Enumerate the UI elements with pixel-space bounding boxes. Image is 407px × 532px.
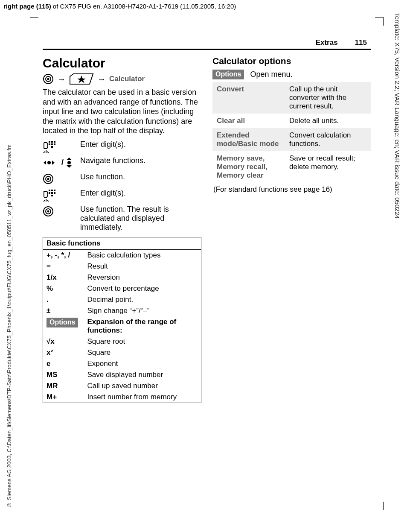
desc-cell: Expansion of the range of functions: (84, 316, 201, 336)
center-key-icon (43, 173, 54, 184)
open-menu-text: Open menu. (250, 70, 292, 79)
desc-cell: Decimal point. (84, 294, 201, 305)
left-column: Calculator → → Calculator The calculator… (43, 56, 201, 403)
desc-cell: Exponent (84, 358, 201, 369)
svg-rect-18 (49, 192, 50, 194)
crop-mark (30, 17, 38, 26)
opt-val: Call up the unit converter with the curr… (285, 82, 371, 114)
opt-key: Clear all (212, 114, 285, 128)
step-icon (43, 189, 80, 202)
svg-rect-5 (54, 141, 55, 143)
step-icon (43, 205, 80, 218)
options-softkey: Options (212, 70, 244, 79)
svg-rect-21 (51, 195, 53, 196)
sym-cell: M+ (43, 392, 84, 403)
center-key-icon (43, 73, 54, 85)
menu-path: → → Calculator (43, 73, 201, 85)
print-meta-rest: of CX75 FUG en, A31008-H7420-A1-1-7619 (… (51, 3, 236, 10)
options-cell: Options (43, 316, 84, 336)
svg-point-2 (47, 78, 49, 80)
sym-cell: √x (43, 336, 84, 347)
print-meta-bold: right page (115) (3, 3, 51, 10)
desc-cell: Square (84, 347, 201, 358)
step-icon (43, 172, 80, 185)
svg-rect-3 (49, 141, 50, 143)
step-text: Enter digit(s). (80, 140, 201, 149)
desc-cell: Insert number from memory (84, 392, 201, 403)
desc-cell: Square root (84, 336, 201, 347)
step-icon (43, 140, 80, 153)
svg-rect-17 (54, 190, 55, 191)
options-softkey: Options (47, 318, 78, 327)
opt-key: Convert (212, 82, 285, 114)
desc-cell: Basic calculation types (84, 249, 201, 261)
options-desc: Expansion of the range of functions: (87, 318, 177, 334)
svg-rect-7 (51, 143, 53, 145)
sym-cell: . (43, 294, 84, 305)
star-folder-icon (69, 73, 94, 85)
sym-cell: x² (43, 347, 84, 358)
basic-functions-table: Basic functions +, -, *, /Basic calculat… (43, 237, 201, 403)
svg-rect-19 (51, 192, 53, 194)
step-text: Use function. The result is calculated a… (80, 205, 201, 232)
section-name: Extras (316, 38, 338, 47)
right-column: Calculator options Options Open menu. Co… (212, 56, 371, 403)
opt-val: Convert calculation functions. (285, 128, 371, 151)
center-key-icon (43, 206, 54, 217)
svg-rect-4 (51, 141, 53, 143)
page-title: Calculator (43, 56, 201, 70)
sym-cell: % (43, 283, 84, 294)
desc-cell: Reversion (84, 272, 201, 283)
step-text: Use function. (80, 172, 201, 181)
svg-point-11 (67, 161, 71, 164)
desc-cell: Call up saved number (84, 380, 201, 392)
keypad-icon (43, 140, 55, 153)
desc-cell: Save displayed number (84, 369, 201, 380)
section-heading: Calculator options (212, 56, 371, 66)
print-meta-top: right page (115) of CX75 FUG en, A31008-… (3, 3, 236, 10)
svg-rect-15 (49, 190, 50, 191)
sym-cell: e (43, 358, 84, 369)
step-text: Enter digit(s). (80, 189, 201, 198)
crop-mark (375, 502, 384, 510)
sym-cell: +, -, *, / (43, 249, 84, 261)
sym-cell: MR (43, 380, 84, 392)
sym-cell: 1/x (43, 272, 84, 283)
menu-path-label: Calculator (109, 75, 145, 83)
step-icon: / (43, 156, 80, 169)
navigate-icon (43, 158, 60, 168)
svg-point-10 (47, 161, 51, 164)
crop-mark (30, 502, 38, 510)
keypad-icon (43, 189, 55, 202)
svg-point-24 (47, 210, 49, 212)
desc-cell: Result (84, 261, 201, 272)
page-number: 115 (355, 38, 367, 47)
page-body: Extras 115 Calculator → → Calculator (43, 38, 371, 403)
print-meta-right: Template: X75, Version 2.2; VAR Language… (393, 13, 401, 346)
svg-rect-20 (54, 192, 55, 194)
svg-rect-8 (54, 143, 55, 145)
svg-point-14 (47, 178, 49, 180)
opt-val: Save or recall result; delete memory. (285, 151, 371, 183)
header-rule (43, 49, 371, 50)
intro-paragraph: The calculator can be used in a basic ve… (43, 88, 201, 136)
sym-cell: MS (43, 369, 84, 380)
table-title: Basic functions (43, 237, 201, 249)
sym-cell: ± (43, 305, 84, 316)
slash: / (61, 158, 64, 167)
opt-key: Memory save, Memory recall, Memory clear (212, 151, 285, 183)
step-text: Navigate functions. (80, 156, 201, 165)
opt-val: Delete all units. (285, 114, 371, 128)
opt-key: Extended mode/Basic mode (212, 128, 285, 151)
arrow-icon: → (97, 75, 106, 83)
print-meta-left: © Siemens AG 2003, C:\Daten_itl\Siemens\… (6, 30, 14, 508)
svg-rect-16 (51, 190, 53, 191)
svg-rect-6 (49, 143, 50, 145)
up-down-icon (65, 157, 73, 168)
open-menu-row: Options Open menu. (212, 70, 371, 79)
crop-mark (375, 17, 384, 26)
desc-cell: Sign change “+”/“–” (84, 305, 201, 316)
running-header: Extras 115 (43, 38, 371, 47)
footnote: (For standard functions see page 16) (212, 185, 371, 194)
desc-cell: Convert to percentage (84, 283, 201, 294)
